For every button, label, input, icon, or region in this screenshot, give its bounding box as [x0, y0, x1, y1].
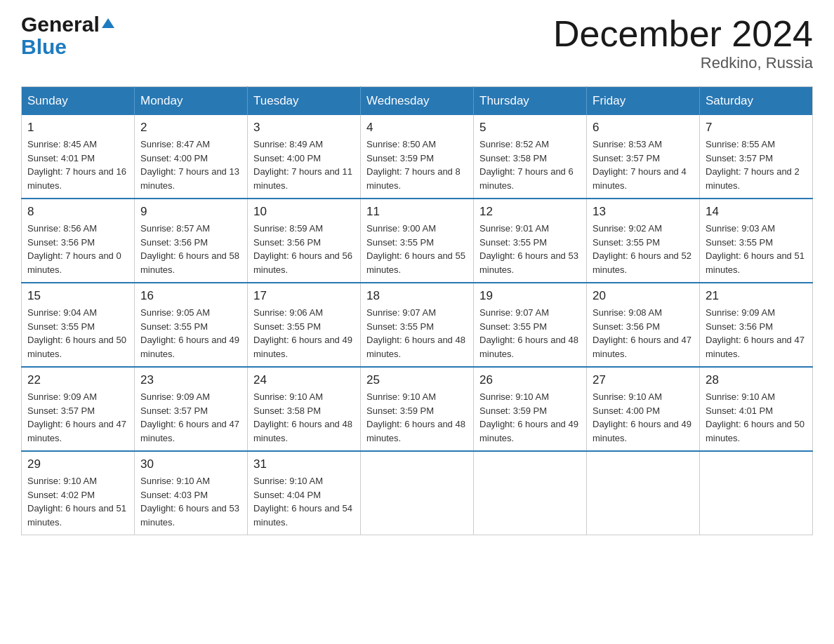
day-info: Sunrise: 9:08 AMSunset: 3:56 PMDaylight:… — [593, 306, 694, 361]
day-number: 14 — [706, 205, 807, 219]
week-row-4: 22 Sunrise: 9:09 AMSunset: 3:57 PMDaylig… — [22, 367, 813, 451]
day-cell: 12 Sunrise: 9:01 AMSunset: 3:55 PMDaylig… — [474, 199, 587, 283]
day-number: 27 — [593, 373, 694, 387]
day-info: Sunrise: 9:10 AMSunset: 4:02 PMDaylight:… — [27, 474, 128, 529]
calendar-table: SundayMondayTuesdayWednesdayThursdayFrid… — [21, 86, 813, 535]
day-info: Sunrise: 9:10 AMSunset: 4:03 PMDaylight:… — [140, 474, 241, 529]
day-cell — [361, 451, 474, 535]
day-cell: 16 Sunrise: 9:05 AMSunset: 3:55 PMDaylig… — [135, 283, 248, 367]
day-info: Sunrise: 9:10 AMSunset: 3:59 PMDaylight:… — [366, 390, 468, 445]
day-cell — [700, 451, 813, 535]
day-number: 13 — [593, 205, 694, 219]
day-number: 29 — [27, 457, 128, 471]
page-header: General Blue December 2024 Redkino, Russ… — [21, 14, 813, 72]
day-number: 21 — [706, 289, 807, 303]
day-cell: 3 Sunrise: 8:49 AMSunset: 4:00 PMDayligh… — [248, 115, 361, 199]
day-cell: 30 Sunrise: 9:10 AMSunset: 4:03 PMDaylig… — [135, 451, 248, 535]
day-info: Sunrise: 8:49 AMSunset: 4:00 PMDaylight:… — [253, 137, 355, 192]
logo-triangle-icon — [102, 18, 114, 28]
header-wednesday: Wednesday — [361, 87, 474, 116]
day-number: 11 — [366, 205, 468, 219]
day-info: Sunrise: 9:05 AMSunset: 3:55 PMDaylight:… — [140, 306, 241, 361]
day-info: Sunrise: 9:09 AMSunset: 3:57 PMDaylight:… — [140, 390, 241, 445]
header-tuesday: Tuesday — [248, 87, 361, 116]
day-cell: 2 Sunrise: 8:47 AMSunset: 4:00 PMDayligh… — [135, 115, 248, 199]
day-info: Sunrise: 9:00 AMSunset: 3:55 PMDaylight:… — [366, 222, 468, 276]
day-info: Sunrise: 9:10 AMSunset: 4:01 PMDaylight:… — [706, 390, 807, 445]
day-cell: 21 Sunrise: 9:09 AMSunset: 3:56 PMDaylig… — [700, 283, 813, 367]
day-cell: 28 Sunrise: 9:10 AMSunset: 4:01 PMDaylig… — [700, 367, 813, 451]
day-cell: 4 Sunrise: 8:50 AMSunset: 3:59 PMDayligh… — [361, 115, 474, 199]
day-info: Sunrise: 8:55 AMSunset: 3:57 PMDaylight:… — [706, 137, 807, 192]
day-cell: 10 Sunrise: 8:59 AMSunset: 3:56 PMDaylig… — [248, 199, 361, 283]
logo-blue-text: Blue — [21, 35, 67, 59]
day-number: 28 — [706, 373, 807, 387]
header-friday: Friday — [587, 87, 700, 116]
day-number: 22 — [27, 373, 128, 387]
day-info: Sunrise: 9:09 AMSunset: 3:57 PMDaylight:… — [27, 390, 128, 445]
day-info: Sunrise: 8:45 AMSunset: 4:01 PMDaylight:… — [27, 137, 128, 192]
day-info: Sunrise: 9:07 AMSunset: 3:55 PMDaylight:… — [479, 306, 581, 361]
day-number: 19 — [479, 289, 581, 303]
day-number: 26 — [479, 373, 581, 387]
day-number: 20 — [593, 289, 694, 303]
day-number: 3 — [253, 121, 355, 135]
day-cell: 15 Sunrise: 9:04 AMSunset: 3:55 PMDaylig… — [22, 283, 135, 367]
day-cell: 27 Sunrise: 9:10 AMSunset: 4:00 PMDaylig… — [587, 367, 700, 451]
day-info: Sunrise: 9:10 AMSunset: 3:58 PMDaylight:… — [253, 390, 355, 445]
day-cell: 23 Sunrise: 9:09 AMSunset: 3:57 PMDaylig… — [135, 367, 248, 451]
header-saturday: Saturday — [700, 87, 813, 116]
day-cell — [474, 451, 587, 535]
day-info: Sunrise: 8:57 AMSunset: 3:56 PMDaylight:… — [140, 222, 241, 276]
day-number: 1 — [27, 121, 128, 135]
day-info: Sunrise: 9:04 AMSunset: 3:55 PMDaylight:… — [27, 306, 128, 361]
day-cell: 7 Sunrise: 8:55 AMSunset: 3:57 PMDayligh… — [700, 115, 813, 199]
day-info: Sunrise: 9:09 AMSunset: 3:56 PMDaylight:… — [706, 306, 807, 361]
day-number: 8 — [27, 205, 128, 219]
day-number: 31 — [253, 457, 355, 471]
day-info: Sunrise: 9:03 AMSunset: 3:55 PMDaylight:… — [706, 222, 807, 276]
day-info: Sunrise: 8:50 AMSunset: 3:59 PMDaylight:… — [366, 137, 468, 192]
day-info: Sunrise: 9:02 AMSunset: 3:55 PMDaylight:… — [593, 222, 694, 276]
logo: General Blue — [21, 14, 114, 59]
day-info: Sunrise: 9:10 AMSunset: 3:59 PMDaylight:… — [479, 390, 581, 445]
day-cell: 8 Sunrise: 8:56 AMSunset: 3:56 PMDayligh… — [22, 199, 135, 283]
title-section: December 2024 Redkino, Russia — [553, 14, 813, 72]
day-cell: 17 Sunrise: 9:06 AMSunset: 3:55 PMDaylig… — [248, 283, 361, 367]
day-number: 24 — [253, 373, 355, 387]
week-row-1: 1 Sunrise: 8:45 AMSunset: 4:01 PMDayligh… — [22, 115, 813, 199]
day-cell: 14 Sunrise: 9:03 AMSunset: 3:55 PMDaylig… — [700, 199, 813, 283]
day-cell: 31 Sunrise: 9:10 AMSunset: 4:04 PMDaylig… — [248, 451, 361, 535]
day-number: 12 — [479, 205, 581, 219]
header-thursday: Thursday — [474, 87, 587, 116]
day-cell: 5 Sunrise: 8:52 AMSunset: 3:58 PMDayligh… — [474, 115, 587, 199]
day-info: Sunrise: 9:10 AMSunset: 4:04 PMDaylight:… — [253, 474, 355, 529]
day-number: 9 — [140, 205, 241, 219]
day-number: 17 — [253, 289, 355, 303]
day-number: 7 — [706, 121, 807, 135]
day-cell: 9 Sunrise: 8:57 AMSunset: 3:56 PMDayligh… — [135, 199, 248, 283]
day-info: Sunrise: 8:56 AMSunset: 3:56 PMDaylight:… — [27, 222, 128, 276]
day-number: 18 — [366, 289, 468, 303]
day-info: Sunrise: 8:59 AMSunset: 3:56 PMDaylight:… — [253, 222, 355, 276]
day-number: 5 — [479, 121, 581, 135]
day-info: Sunrise: 8:53 AMSunset: 3:57 PMDaylight:… — [593, 137, 694, 192]
week-row-5: 29 Sunrise: 9:10 AMSunset: 4:02 PMDaylig… — [22, 451, 813, 535]
calendar-subtitle: Redkino, Russia — [553, 54, 813, 72]
day-cell: 13 Sunrise: 9:02 AMSunset: 3:55 PMDaylig… — [587, 199, 700, 283]
logo-general-text: General — [21, 14, 100, 35]
day-number: 15 — [27, 289, 128, 303]
day-info: Sunrise: 8:47 AMSunset: 4:00 PMDaylight:… — [140, 137, 241, 192]
day-cell: 29 Sunrise: 9:10 AMSunset: 4:02 PMDaylig… — [22, 451, 135, 535]
day-number: 4 — [366, 121, 468, 135]
day-info: Sunrise: 9:01 AMSunset: 3:55 PMDaylight:… — [479, 222, 581, 276]
day-cell: 24 Sunrise: 9:10 AMSunset: 3:58 PMDaylig… — [248, 367, 361, 451]
day-cell: 18 Sunrise: 9:07 AMSunset: 3:55 PMDaylig… — [361, 283, 474, 367]
day-number: 16 — [140, 289, 241, 303]
day-cell: 19 Sunrise: 9:07 AMSunset: 3:55 PMDaylig… — [474, 283, 587, 367]
day-cell: 25 Sunrise: 9:10 AMSunset: 3:59 PMDaylig… — [361, 367, 474, 451]
day-number: 25 — [366, 373, 468, 387]
day-cell — [587, 451, 700, 535]
day-number: 23 — [140, 373, 241, 387]
day-number: 2 — [140, 121, 241, 135]
